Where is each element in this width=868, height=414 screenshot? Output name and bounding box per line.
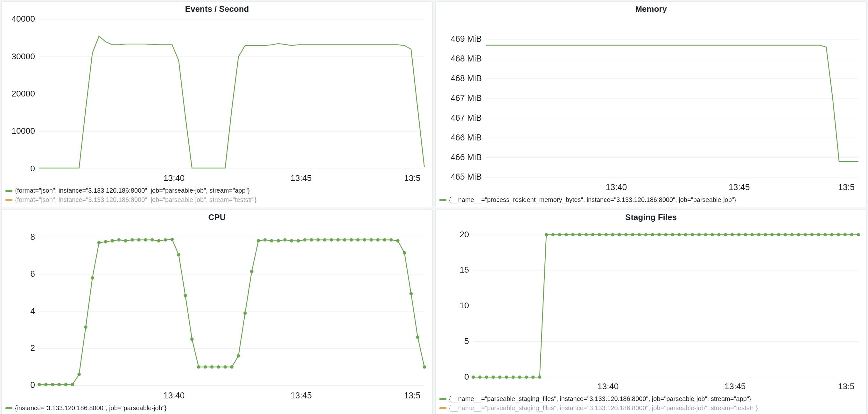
svg-point-123 xyxy=(511,376,515,379)
svg-point-117 xyxy=(471,376,475,379)
svg-point-131 xyxy=(564,233,568,236)
svg-point-60 xyxy=(137,238,141,242)
legend-label: {format="json", instance="3.133.120.186:… xyxy=(15,196,256,204)
svg-point-132 xyxy=(571,233,575,236)
legend-staging[interactable]: {__name__="parseable_staging_files", ins… xyxy=(439,395,863,412)
svg-text:469 MiB: 469 MiB xyxy=(451,34,482,43)
svg-text:5: 5 xyxy=(464,336,469,346)
panel-events: Events / Second 01000020000300004000013:… xyxy=(1,1,433,207)
svg-point-62 xyxy=(151,238,154,242)
panel-title: Events / Second xyxy=(5,4,429,14)
svg-point-165 xyxy=(790,233,794,236)
svg-point-150 xyxy=(691,233,694,236)
svg-point-61 xyxy=(144,238,147,242)
legend-cpu[interactable]: {instance="3.133.120.186:8000", job="par… xyxy=(5,405,429,412)
svg-point-96 xyxy=(376,238,380,242)
panel-title: Memory xyxy=(439,4,863,14)
svg-text:0: 0 xyxy=(30,164,35,173)
svg-point-103 xyxy=(423,365,426,369)
svg-text:40000: 40000 xyxy=(11,15,35,24)
svg-point-86 xyxy=(310,238,313,242)
svg-point-166 xyxy=(797,233,801,236)
svg-point-158 xyxy=(744,233,747,236)
legend-label: {__name__="process_resident_memory_bytes… xyxy=(449,196,736,204)
panel-title: CPU xyxy=(5,212,429,222)
chart-cpu: 0246813:4013:4513:5 xyxy=(5,224,429,403)
svg-point-125 xyxy=(525,376,528,379)
svg-text:13:40: 13:40 xyxy=(597,382,619,391)
svg-point-59 xyxy=(130,238,134,242)
svg-point-81 xyxy=(277,239,280,243)
svg-point-120 xyxy=(492,376,495,379)
svg-text:10000: 10000 xyxy=(11,126,35,136)
svg-point-94 xyxy=(363,238,367,242)
svg-point-64 xyxy=(164,238,167,242)
svg-text:20000: 20000 xyxy=(11,89,35,98)
svg-text:13:5: 13:5 xyxy=(838,382,855,391)
svg-text:467 MiB: 467 MiB xyxy=(451,113,482,123)
svg-text:0: 0 xyxy=(464,372,469,381)
legend-item[interactable]: {__name__="process_resident_memory_bytes… xyxy=(439,196,863,204)
svg-text:4: 4 xyxy=(30,306,35,316)
svg-point-85 xyxy=(303,238,307,242)
svg-point-159 xyxy=(751,233,754,236)
svg-text:10: 10 xyxy=(460,301,469,310)
svg-point-92 xyxy=(350,238,353,242)
legend-item[interactable]: {instance="3.133.120.186:8000", job="par… xyxy=(5,405,429,412)
svg-point-153 xyxy=(711,233,714,236)
legend-memory[interactable]: {__name__="process_resident_memory_bytes… xyxy=(439,196,863,204)
svg-point-169 xyxy=(817,233,820,236)
svg-point-50 xyxy=(71,383,74,386)
svg-point-63 xyxy=(157,239,161,243)
svg-point-52 xyxy=(84,325,88,329)
svg-point-90 xyxy=(336,238,340,242)
svg-point-54 xyxy=(97,241,101,244)
legend-label: {__name__="parseable_staging_files", ins… xyxy=(449,405,758,412)
svg-point-167 xyxy=(803,233,807,236)
svg-point-175 xyxy=(857,233,860,236)
svg-point-45 xyxy=(37,383,41,386)
svg-point-154 xyxy=(717,233,721,236)
svg-point-126 xyxy=(531,376,535,379)
svg-point-67 xyxy=(184,294,187,297)
svg-point-143 xyxy=(644,233,648,236)
legend-item[interactable]: {format="json", instance="3.133.120.186:… xyxy=(5,196,429,204)
svg-text:466 MiB: 466 MiB xyxy=(451,152,482,162)
svg-point-65 xyxy=(170,238,174,241)
svg-point-93 xyxy=(356,238,360,242)
legend-item[interactable]: {format="json", instance="3.133.120.186:… xyxy=(5,187,429,194)
svg-point-57 xyxy=(117,238,121,242)
svg-point-71 xyxy=(210,365,214,369)
svg-point-84 xyxy=(297,239,300,243)
legend-label: {__name__="parseable_staging_files", ins… xyxy=(449,395,751,403)
svg-point-161 xyxy=(764,233,767,236)
svg-point-87 xyxy=(317,238,320,242)
svg-text:2: 2 xyxy=(30,343,35,353)
svg-point-79 xyxy=(264,238,267,242)
svg-point-162 xyxy=(770,233,774,236)
svg-text:13:5: 13:5 xyxy=(404,174,421,183)
svg-point-91 xyxy=(343,238,346,242)
svg-point-164 xyxy=(784,233,787,236)
svg-point-163 xyxy=(777,233,780,236)
chart-staging: 0510152013:4013:4513:5 xyxy=(439,224,863,393)
svg-point-83 xyxy=(290,239,293,243)
svg-text:30000: 30000 xyxy=(11,52,35,61)
svg-point-99 xyxy=(396,239,400,243)
legend-item[interactable]: {__name__="parseable_staging_files", ins… xyxy=(439,405,863,412)
svg-point-146 xyxy=(664,233,668,236)
legend-swatch xyxy=(5,199,12,201)
svg-point-156 xyxy=(731,233,734,236)
legend-swatch xyxy=(439,199,446,201)
svg-point-49 xyxy=(64,383,68,386)
svg-point-48 xyxy=(58,383,61,386)
svg-text:8: 8 xyxy=(30,232,35,241)
legend-swatch xyxy=(5,190,12,192)
svg-point-46 xyxy=(44,383,48,386)
legend-events[interactable]: {format="json", instance="3.133.120.186:… xyxy=(5,187,429,204)
svg-point-138 xyxy=(611,233,614,236)
svg-point-78 xyxy=(257,239,260,243)
svg-point-130 xyxy=(558,233,561,236)
svg-point-155 xyxy=(724,233,727,236)
legend-item[interactable]: {__name__="parseable_staging_files", ins… xyxy=(439,395,863,403)
